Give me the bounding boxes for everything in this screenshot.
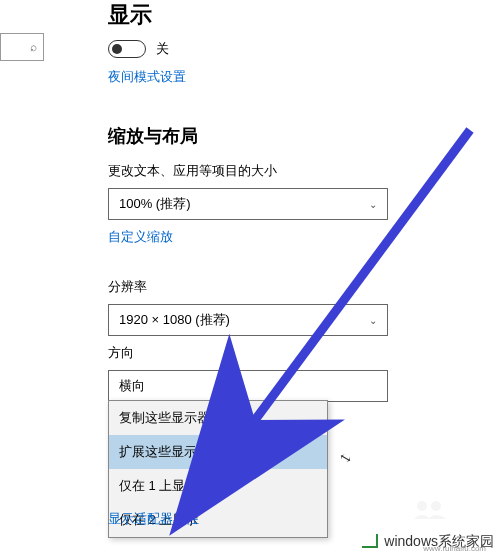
watermark: windows系统家园 www.ruihaifu.com — [362, 533, 494, 551]
night-light-toggle[interactable] — [108, 40, 146, 58]
svg-point-2 — [417, 501, 427, 511]
toggle-knob-icon — [112, 44, 122, 54]
popup-option-extend[interactable]: 扩展这些显示器 — [109, 435, 327, 469]
orientation-dropdown[interactable]: 横向 — [108, 370, 388, 402]
text-size-dropdown[interactable]: 100% (推荐) ⌄ — [108, 188, 388, 220]
popup-option-only-1[interactable]: 仅在 1 上显示 — [109, 469, 327, 503]
orientation-value: 横向 — [119, 377, 145, 395]
search-input[interactable]: ⌕ — [0, 33, 44, 61]
text-size-value: 100% (推荐) — [119, 195, 191, 213]
resolution-label: 分辨率 — [108, 278, 500, 296]
night-light-settings-link[interactable]: 夜间模式设置 — [108, 68, 186, 86]
night-light-toggle-row: 关 — [108, 40, 500, 58]
resolution-value: 1920 × 1080 (推荐) — [119, 311, 230, 329]
orientation-label: 方向 — [108, 344, 500, 362]
chevron-down-icon: ⌄ — [369, 199, 377, 210]
page-title: 显示 — [108, 0, 500, 30]
chevron-down-icon: ⌄ — [369, 315, 377, 326]
search-icon: ⌕ — [30, 40, 37, 54]
display-adapter-link[interactable]: 显示适配器属性 — [108, 510, 199, 528]
popup-option-duplicate[interactable]: 复制这些显示器 — [109, 401, 327, 435]
svg-point-3 — [431, 501, 441, 511]
custom-scaling-link[interactable]: 自定义缩放 — [108, 228, 173, 246]
watermark-logo-icon — [362, 534, 380, 550]
scale-layout-heading: 缩放与布局 — [108, 124, 500, 148]
settings-content: 显示 关 夜间模式设置 缩放与布局 更改文本、应用等项目的大小 100% (推荐… — [108, 0, 500, 452]
text-size-label: 更改文本、应用等项目的大小 — [108, 162, 500, 180]
toggle-state-label: 关 — [156, 40, 169, 58]
resolution-dropdown[interactable]: 1920 × 1080 (推荐) ⌄ — [108, 304, 388, 336]
watermark-sub: www.ruihaifu.com — [423, 544, 486, 553]
people-ghost-icon — [412, 499, 448, 519]
